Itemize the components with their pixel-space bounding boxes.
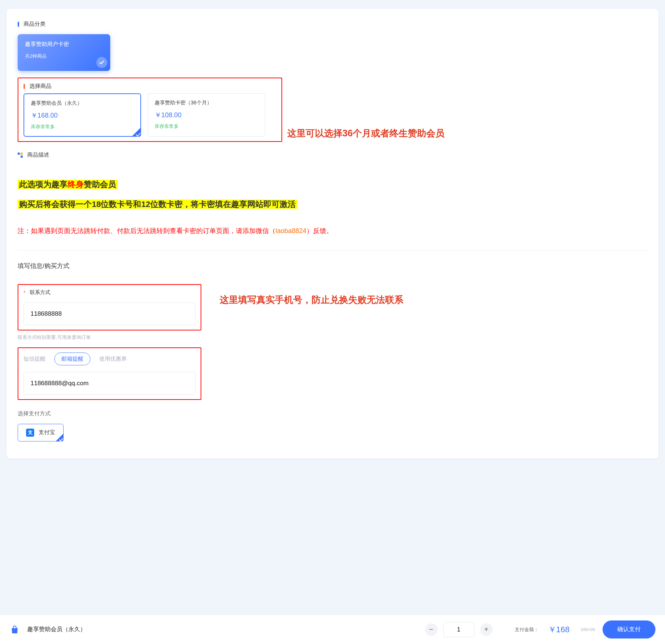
annotation-contact: 这里填写真实手机号，防止兑换失败无法联系 [220,294,403,306]
description-block: 此选项为趣享终身赞助会员 购买后将会获得一个18位数卡号和12位数卡密，将卡密填… [18,177,647,237]
product-card-permanent[interactable]: 趣享赞助会员（永久） ￥168.00 库存非常多 [24,93,141,137]
selected-corner-icon [132,128,140,136]
required-star-icon: * [24,290,25,296]
section-fill-label: 填写信息/购买方式 [18,262,647,270]
product-price: ￥168.00 [31,111,134,120]
alipay-label: 支付宝 [39,429,55,436]
category-sub: 共2种商品 [25,53,103,60]
desc-line1: 此选项为趣享终身赞助会员 [18,180,118,189]
category-title: 趣享赞助用户卡密 [25,41,103,48]
main-card: 商品分类 趣享赞助用户卡密 共2种商品 选择商品 趣享赞助会员（永久） ￥168… [7,9,658,458]
product-card-36m[interactable]: 趣享赞助卡密（36个月） ￥108.00 库存非常多 [148,93,265,137]
annotation-select: 这里可以选择36个月或者终生赞助会员 [287,127,445,139]
desc-note: 注：如果遇到页面无法跳转付款、付款后无法跳转到查看卡密的订单页面，请添加微信（l… [18,225,647,237]
check-circle-icon [96,57,107,68]
desc-line2: 购买后将会获得一个18位数卡号和12位数卡密，将卡密填在趣享网站即可激活 [18,200,297,209]
redbox-contact: * 联系方式 [18,284,201,330]
contact-helper: 联系方式特别重要,可用来查询订单 [18,334,201,341]
chip-sms[interactable]: 短信提醒 [24,355,46,362]
bar-icon [24,84,25,89]
chip-coupon[interactable]: 使用优惠券 [99,355,127,362]
squares-icon [18,153,23,158]
product-name: 趣享赞助会员（永久） [31,100,134,107]
product-stock: 库存非常多 [31,124,134,130]
section-desc-header: 商品描述 [18,151,647,158]
contact-input[interactable] [24,303,195,325]
alipay-icon: 支 [26,429,34,437]
email-input[interactable] [24,372,195,395]
product-name: 趣享赞助卡密（36个月） [155,100,258,106]
section-select-label: 选择商品 [29,83,51,90]
selected-corner-icon [56,434,63,441]
contact-label: 联系方式 [30,289,50,296]
chip-email[interactable]: 邮箱提醒 [54,353,90,365]
product-price: ￥108.00 [155,111,258,119]
redbox-email: 短信提醒 邮箱提醒 使用优惠券 [18,347,201,400]
section-category-header: 商品分类 [18,21,647,28]
redbox-products: 选择商品 趣享赞助会员（永久） ￥168.00 库存非常多 趣享赞助卡密（36个… [18,78,282,142]
section-desc-label: 商品描述 [27,151,49,158]
section-category-label: 商品分类 [24,21,46,28]
pay-method-label: 选择支付方式 [18,410,647,417]
bar-icon [18,22,19,27]
product-stock: 库存非常多 [155,123,258,130]
divider [18,250,647,251]
pay-option-alipay[interactable]: 支 支付宝 [18,424,64,441]
category-card[interactable]: 趣享赞助用户卡密 共2种商品 [18,34,110,71]
